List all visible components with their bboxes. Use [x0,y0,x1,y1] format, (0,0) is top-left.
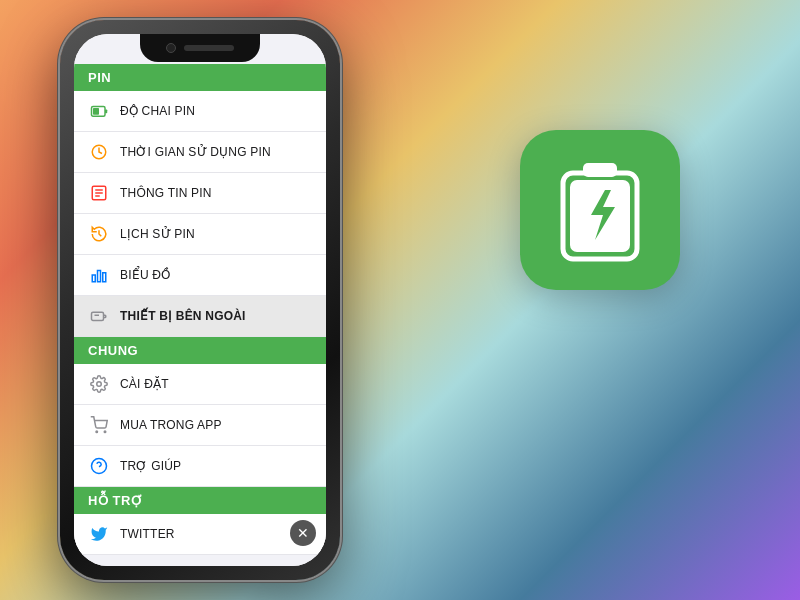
list-icon [88,182,110,204]
menu-item-label-cai-dat: CÀI ĐẶT [120,377,169,391]
menu-item-twitter[interactable]: TWITTER [74,514,326,555]
menu-item-label-tro-giup: TRỢ GIÚP [120,459,181,473]
notch [140,34,260,62]
menu-item-label-lich-su: LỊCH SỬ PIN [120,227,195,241]
menu-item-label-twitter: TWITTER [120,527,175,541]
screen-content: PIN ĐỘ CHAI PIN THỜI GIAN SỬ DỤNG PIN [74,34,326,566]
menu-item-label-do-chai-pin: ĐỘ CHAI PIN [120,104,195,118]
app-icon-container [520,130,680,290]
svg-rect-12 [92,275,95,282]
section-header-pin: PIN [74,64,326,91]
battery-ext-icon [88,305,110,327]
menu-item-label-thong-tin: THÔNG TIN PIN [120,186,212,200]
settings-icon [88,373,110,395]
battery-icon-svg [555,155,645,265]
svg-point-18 [96,431,98,433]
menu-list: PIN ĐỘ CHAI PIN THỜI GIAN SỬ DỤNG PIN [74,64,326,566]
notch-camera [166,43,176,53]
menu-item-label-bieu-do: BIỂU ĐỒ [120,268,170,282]
svg-rect-1 [583,163,617,177]
close-button[interactable]: ✕ [290,520,316,546]
help-icon [88,455,110,477]
notch-speaker [184,45,234,51]
cart-icon [88,414,110,436]
section-header-ho-tro: HỖ TRỢ [74,487,326,514]
svg-rect-14 [103,273,106,282]
menu-item-bieu-do[interactable]: BIỂU ĐỒ [74,255,326,296]
menu-item-label-mua-trong-app: MUA TRONG APP [120,418,222,432]
app-icon [520,130,680,290]
menu-item-label-thiet-bi: THIẾT BỊ BÊN NGOÀI [120,309,246,323]
menu-item-label-thoi-gian: THỜI GIAN SỬ DỤNG PIN [120,145,271,159]
svg-point-17 [97,382,102,387]
menu-item-thong-tin[interactable]: THÔNG TIN PIN [74,173,326,214]
svg-rect-13 [98,271,101,282]
menu-item-thoi-gian[interactable]: THỜI GIAN SỬ DỤNG PIN [74,132,326,173]
svg-rect-5 [105,110,107,114]
history-icon [88,223,110,245]
close-icon: ✕ [297,525,309,541]
phone: PIN ĐỘ CHAI PIN THỜI GIAN SỬ DỤNG PIN [60,20,340,580]
menu-item-cai-dat[interactable]: CÀI ĐẶT [74,364,326,405]
twitter-icon [88,523,110,545]
svg-rect-15 [92,312,104,320]
menu-item-tro-giup[interactable]: TRỢ GIÚP [74,446,326,487]
menu-item-mua-trong-app[interactable]: MUA TRONG APP [74,405,326,446]
menu-item-do-chai-pin[interactable]: ĐỘ CHAI PIN [74,91,326,132]
battery-icon [88,100,110,122]
menu-item-thiet-bi[interactable]: THIẾT BỊ BÊN NGOÀI [74,296,326,337]
menu-item-lich-su[interactable]: LỊCH SỬ PIN [74,214,326,255]
svg-rect-6 [93,108,99,115]
section-header-chung: CHUNG [74,337,326,364]
svg-rect-2 [570,180,630,252]
chart-icon [88,264,110,286]
phone-screen: PIN ĐỘ CHAI PIN THỜI GIAN SỬ DỤNG PIN [74,34,326,566]
svg-point-19 [104,431,106,433]
clock-icon [88,141,110,163]
